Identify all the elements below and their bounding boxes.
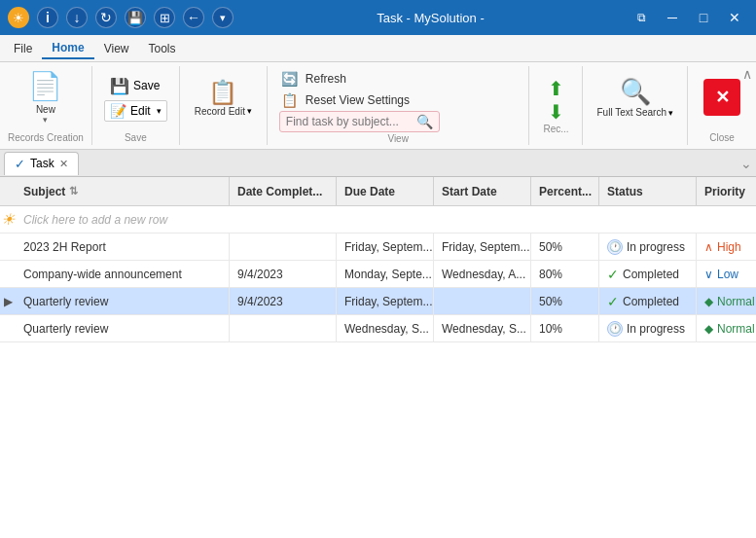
tab-bar: ✓ Task ✕ ⌄ (0, 150, 756, 177)
window-close-button[interactable]: ✕ (721, 7, 748, 28)
col-header-status[interactable]: Status (599, 177, 697, 205)
sort-icon-subject: ⇅ (69, 185, 78, 197)
col-header-priority[interactable]: Priority (697, 177, 756, 205)
cell-priority-1: ∨ Low (697, 261, 756, 287)
table-row[interactable]: 2023 2H Report Friday, Septem... Friday,… (0, 233, 756, 261)
close-button[interactable]: ✕ (703, 79, 740, 116)
cell-due-0: Friday, Septem... (337, 233, 434, 260)
priority-label-1: Low (717, 268, 738, 281)
edit-button[interactable]: 📝 Edit ▾ (104, 100, 167, 122)
new-dropdown-arrow: ▾ (43, 115, 48, 125)
status-badge-3: 🕐 In progress (607, 321, 685, 337)
save-label-bottom: Save (125, 132, 147, 145)
sun-icon[interactable]: ☀ (8, 7, 29, 28)
reset-view-settings-button[interactable]: 📋 Reset View Settings (275, 90, 522, 111)
col-header-subject[interactable]: Subject ⇅ (16, 177, 230, 205)
search-input[interactable] (286, 115, 413, 128)
menu-file[interactable]: File (4, 39, 42, 58)
new-button[interactable]: 📄 New ▾ (22, 67, 68, 127)
status-label-3: In progress (627, 322, 685, 336)
tab-expand-button[interactable]: ⌄ (740, 156, 752, 171)
task-tab[interactable]: ✓ Task ✕ (4, 152, 79, 175)
edit-icon-ribbon: 📝 (110, 103, 126, 119)
search-icon: 🔍 (416, 114, 433, 129)
cell-priority-2: ◆ Normal (697, 288, 756, 314)
info-icon[interactable]: i (37, 7, 58, 28)
edit-label: Edit (130, 104, 151, 118)
task-tab-close[interactable]: ✕ (59, 158, 68, 170)
col-header-subject-label: Subject (23, 185, 65, 198)
status-icon-1: ✓ (607, 267, 619, 282)
main-area: ✓ Task ✕ ⌄ Subject ⇅ Date Complet... Due… (0, 150, 756, 538)
add-row[interactable]: ☀ Click here to add a new row (0, 206, 756, 233)
refresh-icon-ribbon: 🔄 (281, 71, 298, 87)
status-label-2: Completed (623, 295, 679, 308)
cell-subject-0: 2023 2H Report (16, 233, 230, 260)
cell-priority-0: ∧ High (697, 233, 756, 260)
table-row[interactable]: Company-wide announcement 9/4/2023 Monda… (0, 261, 756, 288)
status-label-1: Completed (623, 268, 679, 281)
save-button[interactable]: 💾 Save (104, 74, 165, 98)
priority-label-3: Normal (717, 322, 755, 336)
full-text-search-icon: 🔍 (620, 77, 651, 107)
priority-badge-1: ∨ Low (704, 268, 738, 281)
save-icon-ribbon: 💾 (110, 77, 129, 95)
rec-up-button[interactable]: ⬆ (548, 77, 564, 100)
record-edit-buttons: 📋 Record Edit ▾ (189, 66, 258, 128)
cell-percent-2: 50% (531, 288, 599, 314)
full-text-search-arrow: ▾ (668, 108, 673, 118)
refresh-icon[interactable]: ↻ (95, 7, 117, 28)
cell-start-0: Friday, Septem... (434, 233, 531, 260)
table-row[interactable]: ▶ Quarterly review 9/4/2023 Friday, Sept… (0, 288, 756, 315)
download-icon[interactable]: ↓ (66, 7, 88, 28)
cell-start-2 (434, 288, 531, 314)
new-label: New (36, 104, 55, 115)
close-buttons: ✕ (703, 66, 740, 128)
view-group: 🔄 Refresh 📋 Reset View Settings 🔍 View (268, 66, 530, 145)
rec-down-button[interactable]: ⬇ (548, 100, 564, 124)
priority-diamond-2: ◆ (704, 295, 713, 308)
cell-subject-2: Quarterly review (16, 288, 230, 314)
dropdown-icon[interactable]: ▾ (212, 7, 234, 28)
ribbon-buttons: 📄 New ▾ (22, 66, 68, 128)
col-header-start-date[interactable]: Start Date (434, 177, 531, 205)
ribbon-collapse-button[interactable]: ∧ (742, 66, 752, 82)
priority-diamond-3: ◆ (704, 322, 713, 336)
record-edit-button[interactable]: 📋 Record Edit ▾ (189, 76, 258, 120)
cell-due-2: Friday, Septem... (337, 288, 434, 314)
status-badge-1: ✓ Completed (607, 267, 679, 282)
refresh-button[interactable]: 🔄 Refresh (275, 68, 522, 90)
cell-percent-0: 50% (531, 233, 599, 260)
save-label: Save (133, 79, 160, 92)
status-icon-2: ✓ (607, 294, 619, 309)
priority-badge-0: ∧ High (704, 240, 741, 254)
maximize-button[interactable]: □ (690, 7, 717, 28)
grid-icon[interactable]: ⊞ (154, 7, 175, 28)
save-icon[interactable]: 💾 (125, 7, 146, 28)
col-header-date-complete[interactable]: Date Complet... (230, 177, 337, 205)
cell-date-2: 9/4/2023 (230, 288, 337, 314)
col-header-start-label: Start Date (442, 185, 497, 198)
edit-dropdown: ▾ (157, 106, 162, 116)
menu-tools[interactable]: Tools (138, 39, 185, 58)
rec-group: ⬆ ⬇ Rec... (529, 66, 583, 145)
col-header-percent[interactable]: Percent... (531, 177, 599, 205)
back-icon[interactable]: ← (183, 7, 204, 28)
expander-2[interactable]: ▶ (0, 295, 16, 308)
record-edit-label: Record Edit (195, 106, 245, 117)
grid-container: Subject ⇅ Date Complet... Due Date Start… (0, 177, 756, 538)
minimize-button[interactable]: ─ (659, 7, 686, 28)
table-row[interactable]: Quarterly review Wednesday, S... Wednesd… (0, 315, 756, 342)
close-label: Close (709, 132, 735, 145)
priority-label-2: Normal (717, 295, 755, 308)
restore-button[interactable]: ⧉ (628, 7, 655, 28)
cell-due-1: Monday, Septe... (337, 261, 434, 287)
menu-view[interactable]: View (94, 39, 139, 58)
close-icon: ✕ (715, 87, 730, 108)
full-text-search-button[interactable]: 🔍 Full Text Search ▾ (591, 74, 679, 121)
task-tab-label: Task (30, 157, 54, 170)
col-header-due-date[interactable]: Due Date (337, 177, 434, 205)
menu-home[interactable]: Home (42, 38, 93, 59)
save-buttons: 💾 Save 📝 Edit ▾ (104, 66, 167, 128)
cell-status-2: ✓ Completed (599, 288, 697, 314)
